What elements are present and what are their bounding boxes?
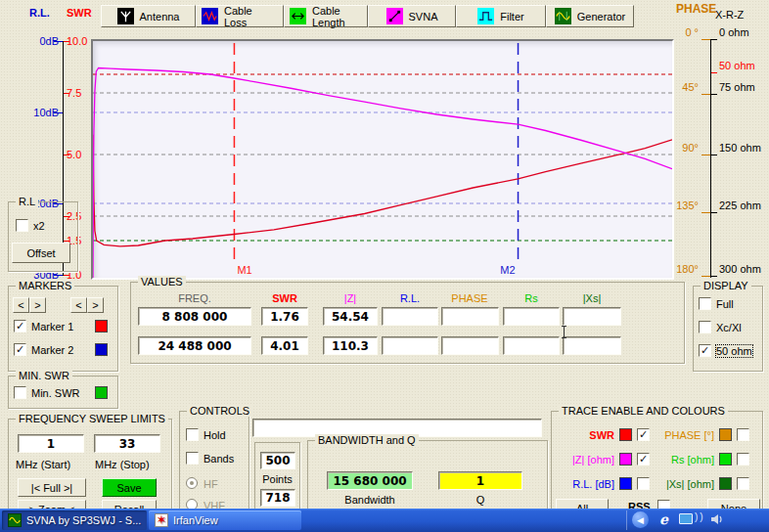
hold-label: Hold xyxy=(204,429,226,441)
cable-loss-tab-button[interactable]: Cable Loss xyxy=(196,5,284,27)
min-swr-checkbox[interactable] xyxy=(14,386,26,399)
marker1-rs-value[interactable] xyxy=(503,307,560,326)
trace-rl-label: R.L. [dB] xyxy=(544,478,614,490)
trace-rl-swatch[interactable] xyxy=(619,477,632,490)
rl-offset-group-title: R.L xyxy=(16,196,38,207)
axis-tick xyxy=(701,212,710,213)
marker1-color-swatch[interactable] xyxy=(95,320,108,332)
antenna-tab-button[interactable]: Antenna xyxy=(101,5,196,27)
marker2-freq-value[interactable]: 24 488 000 xyxy=(138,336,251,355)
x2-label: x2 xyxy=(33,220,45,232)
marker2-prev-button[interactable]: < xyxy=(70,297,87,313)
trace-xs-checkbox[interactable] xyxy=(737,477,749,490)
marker1-swr-value[interactable]: 1.76 xyxy=(261,307,308,326)
axis-tick xyxy=(701,276,710,277)
taskbar-task-irfanview[interactable]: ✶ IrfanView xyxy=(149,510,301,530)
swr-axis-tick-label: 5.0 xyxy=(67,149,92,160)
generator-tab-button[interactable]: Generator xyxy=(546,5,634,27)
marker2-rs-value[interactable] xyxy=(503,336,560,355)
trace-item-rs: Rs [ohm] xyxy=(644,453,749,466)
hf-label: HF xyxy=(204,478,218,490)
swr-axis-tick-label: 7.5 xyxy=(67,87,92,99)
trace-phase-swatch[interactable] xyxy=(719,428,732,441)
sweep-limits-group-title: FREQUENCY SWEEP LIMITS xyxy=(16,413,168,424)
windows-taskbar: SVNA by SP3SWJ - S... ✶ IrfanView ◀ e ) … xyxy=(0,509,769,532)
swr-z-plot[interactable]: M1M2 xyxy=(93,41,672,278)
bands-checkbox[interactable] xyxy=(186,452,199,465)
axis-tick xyxy=(711,94,717,95)
trace-rs-swatch[interactable] xyxy=(719,453,732,466)
bandwidth-value[interactable]: 15 680 000 xyxy=(327,471,413,490)
start-freq-input[interactable]: 1 xyxy=(18,434,84,453)
x2-checkbox[interactable] xyxy=(16,219,28,232)
axis-tick xyxy=(54,112,63,113)
trace-swr-label: SWR xyxy=(544,429,614,441)
irfanview-taskbar-icon: ✶ xyxy=(155,513,168,527)
hold-checkbox[interactable] xyxy=(186,428,199,441)
axis-tick xyxy=(711,72,717,73)
tray-collapse-icon[interactable]: ◀ xyxy=(632,511,649,528)
trace-phase-label: PHASE [°] xyxy=(644,429,714,441)
marker1-checkbox[interactable]: ✓ xyxy=(14,320,26,332)
axis-line xyxy=(710,39,711,278)
plot-canvas: M1M2 xyxy=(93,41,672,278)
markers-group-title: MARKERS xyxy=(16,280,74,291)
marker2-xs-value[interactable] xyxy=(563,336,621,355)
marker-label-m2: M2 xyxy=(500,264,515,276)
trace-item-z: |Z| [ohm] ✓ xyxy=(544,453,650,466)
step-input[interactable]: 718 xyxy=(260,489,295,507)
marker1-z-value[interactable]: 54.54 xyxy=(323,307,378,326)
marker2-checkbox[interactable]: ✓ xyxy=(14,343,26,356)
marker2-rl-value[interactable] xyxy=(382,336,438,355)
rl-axis-title: R.L. xyxy=(29,7,50,19)
taskbar-task-svna[interactable]: SVNA by SP3SWJ - S... xyxy=(2,510,147,530)
tray-volume-icon[interactable] xyxy=(710,512,724,526)
phase-axis-title: PHASE xyxy=(676,2,716,16)
axis-tick xyxy=(64,93,69,94)
xrz-axis-title: X-R-Z xyxy=(715,9,744,21)
min-swr-label: Min. SWR xyxy=(31,387,80,399)
offset-button[interactable]: Offset xyxy=(12,243,70,263)
tray-network-icon[interactable] xyxy=(679,513,693,524)
text-cursor xyxy=(561,326,567,338)
stop-freq-input[interactable]: 33 xyxy=(94,434,160,453)
full-span-button[interactable]: |< Full >| xyxy=(18,478,86,497)
marker1-rl-value[interactable] xyxy=(382,307,438,326)
trace-phase-checkbox[interactable] xyxy=(737,428,749,441)
marker2-phase-value[interactable] xyxy=(441,336,499,355)
tray-divider xyxy=(626,510,627,530)
antenna-icon xyxy=(117,8,134,24)
z-axis-tick-label: 300 ohm xyxy=(719,263,766,275)
trace-rs-checkbox[interactable] xyxy=(737,453,749,466)
marker2-z-value[interactable]: 110.3 xyxy=(323,336,378,355)
q-label: Q xyxy=(438,494,522,506)
save-button[interactable]: Save xyxy=(102,478,157,497)
display-full-checkbox[interactable] xyxy=(699,297,711,310)
marker2-color-swatch[interactable] xyxy=(95,343,108,356)
cable-loss-icon xyxy=(202,8,218,24)
axis-tick xyxy=(711,155,717,155)
trace-swr-swatch[interactable] xyxy=(619,428,632,441)
hf-radio[interactable] xyxy=(186,477,198,489)
cable-length-tab-button[interactable]: Cable Length xyxy=(284,5,368,27)
marker2-next-button[interactable]: > xyxy=(87,297,104,313)
values-header-rl: R.L. xyxy=(381,292,439,304)
marker1-phase-value[interactable] xyxy=(441,307,499,326)
trace-xs-swatch[interactable] xyxy=(719,477,732,490)
marker1-prev-button[interactable]: < xyxy=(13,297,29,313)
trace-z-swatch[interactable] xyxy=(619,453,632,466)
display-xcxl-checkbox[interactable] xyxy=(699,321,711,333)
marker2-swr-value[interactable]: 4.01 xyxy=(261,336,308,355)
marker1-next-button[interactable]: > xyxy=(29,297,46,313)
q-value[interactable]: 1 xyxy=(438,471,522,490)
axis-tick xyxy=(64,155,69,155)
tray-ie-icon[interactable]: e xyxy=(656,511,672,528)
display-50ohm-checkbox[interactable]: ✓ xyxy=(699,344,711,357)
marker1-freq-value[interactable]: 8 808 000 xyxy=(138,307,251,326)
controls-group-title: CONTROLS xyxy=(187,405,252,417)
points-input[interactable]: 500 xyxy=(260,452,295,469)
marker1-xs-value[interactable] xyxy=(563,307,621,326)
min-swr-color-swatch[interactable] xyxy=(95,386,108,399)
svna-tab-button[interactable]: SVNA xyxy=(368,5,456,27)
filter-tab-button[interactable]: Filter xyxy=(456,5,546,27)
